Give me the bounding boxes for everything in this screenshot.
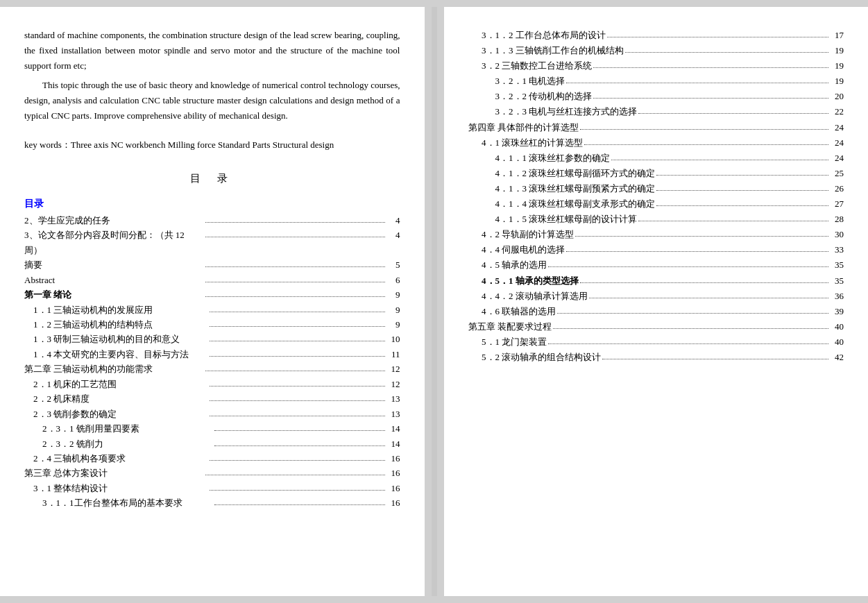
toc-text-8: 1．4 本文研究的主要内容、目标与方法 [24,347,208,362]
toc-page-16: 16 [386,466,400,480]
right-toc-dots-16 [580,273,828,283]
right-toc-dots-14 [566,242,828,252]
right-toc-entry-7: 4．1 滚珠丝杠的计算选型24 [468,135,844,151]
left-toc-entry-11: 2．2 机床精度13 [24,391,400,406]
left-toc-entry-17: 3．1 整体结构设计16 [24,481,400,495]
right-toc-text-17: 4．4．2 滚动轴承计算选用 [468,289,588,304]
toc-text-14: 2．3．2 铣削力 [24,436,213,451]
right-toc-page-9: 25 [830,166,844,181]
toc-dots-10 [210,377,384,387]
left-toc-entry-18: 3．1．1工作台整体布局的基本要求16 [24,495,400,510]
toc-text-12: 2．3 铣削参数的确定 [24,407,208,421]
toc-text-1: 3、论文各部分内容及时间分配：（共 12 周） [24,228,204,257]
toc-text-7: 1．3 研制三轴运动机构的目的和意义 [24,332,208,346]
right-toc-dots-3 [566,74,828,83]
right-toc-text-1: 3．1．3 三轴铣削工作台的机械结构 [468,43,624,58]
left-toc-entry-10: 2．1 机床的工艺范围12 [24,377,400,391]
toc-dots-9 [205,362,385,371]
right-toc-entry-16: 4．5．1 轴承的类型选择35 [468,273,844,289]
right-toc-page-3: 19 [830,74,844,89]
right-toc-entry-10: 4．1．3 滚珠丝杠螺母副预紧方式的确定26 [468,181,844,196]
right-toc-page-0: 17 [830,28,844,43]
toc-page-12: 13 [386,407,400,421]
right-toc-dots-18 [557,304,828,314]
right-toc-page-16: 35 [830,273,844,289]
left-toc-entry-4: 第一章 绪论9 [24,287,400,302]
right-toc-text-5: 3．2．3 电机与丝杠连接方式的选择 [468,104,638,119]
right-toc-entry-14: 4．4 伺服电机的选择33 [468,242,844,257]
toc-dots-11 [210,391,384,401]
toc-dots-4 [205,287,385,297]
toc-text-16: 第三章 总体方案设计 [24,466,204,480]
right-toc-page-5: 22 [830,104,844,119]
right-toc-dots-19 [553,319,828,329]
toc-page-0: 4 [386,213,400,228]
toc-dots-0 [205,213,385,223]
toc-page-8: 11 [386,347,400,362]
toc-page-2: 5 [386,257,400,272]
left-para-2: This topic through the use of basic theo… [24,78,400,124]
toc-page-1: 4 [386,228,400,257]
right-toc-dots-4 [593,89,828,99]
right-toc-page-20: 40 [830,334,844,350]
toc-text-0: 2、学生应完成的任务 [24,213,204,228]
left-toc-entry-13: 2．3．1 铣削用量四要素14 [24,421,400,436]
toc-page-9: 12 [386,362,400,376]
toc-page-4: 9 [386,287,400,302]
right-toc-page-1: 19 [830,43,844,58]
right-toc-dots-13 [575,227,828,237]
right-toc-page-21: 42 [830,350,844,365]
right-toc-entry-19: 第五章 装配要求过程40 [468,319,844,334]
right-toc-entry-5: 3．2．3 电机与丝杠连接方式的选择22 [468,104,844,119]
toc-text-6: 1．2 三轴运动机构的结构特点 [24,317,208,332]
toc-page-15: 16 [386,451,400,466]
toc-dots-2 [205,257,385,267]
toc-page-13: 14 [386,421,400,436]
toc-text-13: 2．3．1 铣削用量四要素 [24,421,213,436]
right-toc-dots-0 [607,28,828,37]
right-toc-text-6: 第四章 具体部件的计算选型 [468,120,579,135]
toc-dots-16 [205,466,385,475]
left-toc-list: 2、学生应完成的任务43、论文各部分内容及时间分配：（共 12 周）4摘要5Ab… [24,213,400,511]
right-toc-text-2: 3．2 三轴数控工台进给系统 [468,58,593,74]
toc-dots-5 [210,303,384,312]
right-toc-dots-20 [548,334,828,344]
keywords-label: key words： [24,139,71,150]
keywords-text: Three axis NC workbench Milling force St… [71,139,334,150]
left-toc-entry-14: 2．3．2 铣削力14 [24,436,400,451]
right-toc-page-6: 24 [830,120,844,135]
right-toc-page-13: 30 [830,227,844,242]
right-toc-page-15: 35 [830,257,844,273]
left-toc-entry-1: 3、论文各部分内容及时间分配：（共 12 周）4 [24,228,400,257]
right-toc-dots-1 [625,43,828,53]
left-toc-entry-5: 1．1 三轴运动机构的发展应用9 [24,303,400,317]
right-toc-entry-21: 5．2 滚动轴承的组合结构设计42 [468,350,844,365]
toc-text-18: 3．1．1工作台整体布局的基本要求 [24,495,213,510]
right-toc-dots-15 [548,257,828,267]
toc-dots-1 [205,228,385,237]
left-toc-entry-3: Abstract6 [24,273,400,287]
toc-page-10: 12 [386,377,400,391]
left-toc-entry-12: 2．3 铣削参数的确定13 [24,407,400,421]
toc-text-10: 2．1 机床的工艺范围 [24,377,208,391]
right-toc-text-0: 3．1．2 工作台总体布局的设计 [468,28,606,43]
toc-dots-15 [210,451,384,461]
toc-text-9: 第二章 三轴运动机构的功能需求 [24,362,204,376]
right-toc-dots-21 [602,350,828,359]
right-toc-page-14: 33 [830,242,844,257]
right-toc-text-4: 3．2．2 传动机构的选择 [468,89,593,104]
right-toc-dots-10 [656,181,828,191]
left-toc-entry-0: 2、学生应完成的任务4 [24,213,400,228]
right-toc-page-8: 24 [830,151,844,166]
toc-page-17: 16 [386,481,400,495]
right-page: 3．1．2 工作台总体布局的设计173．1．3 三轴铣削工作台的机械结构193．… [444,7,869,596]
page-container: standard of machine components, the comb… [0,7,868,596]
right-toc-entry-17: 4．4．2 滚动轴承计算选用36 [468,289,844,304]
toc-dots-17 [210,481,384,491]
right-toc-page-18: 39 [830,304,844,319]
toc-dots-12 [210,407,384,416]
right-toc-entry-9: 4．1．2 滚珠丝杠螺母副循环方式的确定25 [468,166,844,181]
right-toc-entry-15: 4．5 轴承的选用35 [468,257,844,273]
right-toc-text-19: 第五章 装配要求过程 [468,319,552,334]
right-toc-entry-6: 第四章 具体部件的计算选型24 [468,120,844,135]
